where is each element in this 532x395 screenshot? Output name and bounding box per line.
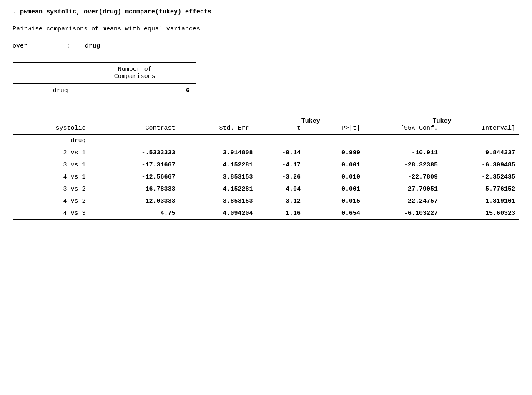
t-3v1: -4.17 <box>257 159 305 171</box>
p-4v2: 0.015 <box>305 195 364 207</box>
th-ci-high: Interval] <box>442 125 519 135</box>
stderr-3v2: 4.152281 <box>180 183 257 195</box>
ci-high-4v3: 15.60323 <box>442 207 519 220</box>
command-line: . pwmean systolic, over(drug) mcompare(t… <box>13 8 519 15</box>
drug-empty3 <box>257 135 305 147</box>
ci-high-2v1: 9.844337 <box>442 147 519 159</box>
row-label-4v2: 4 vs 2 <box>13 195 90 207</box>
ci-low-3v2: -27.79051 <box>364 183 442 195</box>
stderr-3v1: 4.152281 <box>180 159 257 171</box>
th-t: t <box>257 125 305 135</box>
over-colon: : <box>66 43 70 50</box>
th-empty3 <box>180 115 257 125</box>
over-label: over <box>13 43 63 50</box>
row-label-2v1: 2 vs 1 <box>13 147 90 159</box>
comparisons-col-header: Number ofComparisons <box>74 63 196 84</box>
th-empty1 <box>13 115 90 125</box>
drug-empty2 <box>180 135 257 147</box>
results-header-row: systolic Contrast Std. Err. t P>|t| [95%… <box>13 125 519 135</box>
subtitle: Pairwise comparisons of means with equal… <box>13 25 519 33</box>
contrast-4v2: -12.03333 <box>90 195 180 207</box>
row-label-4v3: 4 vs 3 <box>13 207 90 220</box>
th-tukey-t: Tukey <box>257 115 364 125</box>
ci-low-4v2: -22.24757 <box>364 195 442 207</box>
table-row: 4 vs 2 -12.03333 3.853153 -3.12 0.015 -2… <box>13 195 519 207</box>
p-2v1: 0.999 <box>305 147 364 159</box>
ci-low-2v1: -10.911 <box>364 147 442 159</box>
ci-high-3v2: -5.776152 <box>442 183 519 195</box>
ci-high-3v1: -6.309485 <box>442 159 519 171</box>
ci-low-4v3: -6.103227 <box>364 207 442 220</box>
th-p: P>|t| <box>305 125 364 135</box>
row-label-3v2: 3 vs 2 <box>13 183 90 195</box>
stderr-4v1: 3.853153 <box>180 171 257 183</box>
contrast-3v1: -17.31667 <box>90 159 180 171</box>
comparisons-col-empty <box>13 63 74 84</box>
row-label-4v1: 4 vs 1 <box>13 171 90 183</box>
over-line: over : drug <box>13 43 519 50</box>
contrast-2v1: -.5333333 <box>90 147 180 159</box>
drug-empty1 <box>90 135 180 147</box>
drug-empty5 <box>364 135 442 147</box>
th-empty2 <box>90 115 180 125</box>
contrast-4v3: 4.75 <box>90 207 180 220</box>
th-systolic: systolic <box>13 125 90 135</box>
t-4v2: -3.12 <box>257 195 305 207</box>
t-4v1: -3.26 <box>257 171 305 183</box>
subtitle-text: Pairwise comparisons of means with equal… <box>13 25 200 33</box>
drug-empty6 <box>442 135 519 147</box>
table-row: 4 vs 3 4.75 4.094204 1.16 0.654 -6.10322… <box>13 207 519 220</box>
table-row: 3 vs 2 -16.78333 4.152281 -4.04 0.001 -2… <box>13 183 519 195</box>
stderr-2v1: 3.914808 <box>180 147 257 159</box>
drug-label-row: drug <box>13 135 519 147</box>
command-text: . pwmean systolic, over(drug) mcompare(t… <box>13 8 211 15</box>
ci-high-4v2: -1.819101 <box>442 195 519 207</box>
stderr-4v2: 3.853153 <box>180 195 257 207</box>
comparisons-data-row: drug 6 <box>13 84 196 98</box>
drug-empty4 <box>305 135 364 147</box>
tukey-label-row: Tukey Tukey <box>13 115 519 125</box>
stderr-4v3: 4.094204 <box>180 207 257 220</box>
th-contrast: Contrast <box>90 125 180 135</box>
over-value: drug <box>85 43 100 50</box>
p-3v2: 0.001 <box>305 183 364 195</box>
t-2v1: -0.14 <box>257 147 305 159</box>
drug-section-label: drug <box>13 135 90 147</box>
comparisons-header-row: Number ofComparisons <box>13 63 196 84</box>
t-4v3: 1.16 <box>257 207 305 220</box>
ci-low-4v1: -22.7809 <box>364 171 442 183</box>
th-tukey-ci: Tukey <box>364 115 519 125</box>
table-row: 2 vs 1 -.5333333 3.914808 -0.14 0.999 -1… <box>13 147 519 159</box>
ci-high-4v1: -2.352435 <box>442 171 519 183</box>
comparisons-row-label: drug <box>13 84 74 98</box>
contrast-4v1: -12.56667 <box>90 171 180 183</box>
contrast-3v2: -16.78333 <box>90 183 180 195</box>
t-3v2: -4.04 <box>257 183 305 195</box>
comparisons-row-value: 6 <box>74 84 196 98</box>
table-row: 4 vs 1 -12.56667 3.853153 -3.26 0.010 -2… <box>13 171 519 183</box>
th-stderr: Std. Err. <box>180 125 257 135</box>
results-table: Tukey Tukey systolic Contrast Std. Err. … <box>13 115 519 220</box>
table-row: 3 vs 1 -17.31667 4.152281 -4.17 0.001 -2… <box>13 159 519 171</box>
p-4v3: 0.654 <box>305 207 364 220</box>
ci-low-3v1: -28.32385 <box>364 159 442 171</box>
p-4v1: 0.010 <box>305 171 364 183</box>
page-container: . pwmean systolic, over(drug) mcompare(t… <box>13 8 519 220</box>
th-ci-low: [95% Conf. <box>364 125 442 135</box>
comparisons-table: Number ofComparisons drug 6 <box>13 62 196 98</box>
row-label-3v1: 3 vs 1 <box>13 159 90 171</box>
p-3v1: 0.001 <box>305 159 364 171</box>
